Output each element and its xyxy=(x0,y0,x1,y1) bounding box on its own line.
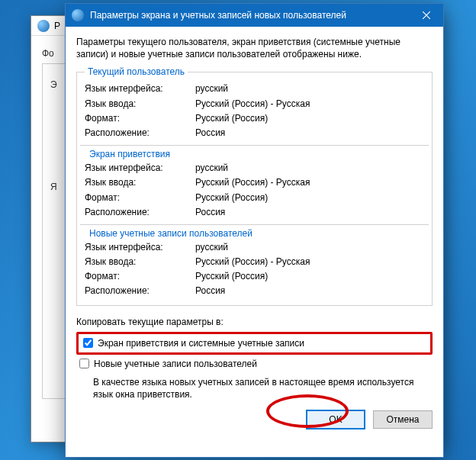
kv-key: Формат: xyxy=(85,111,195,126)
kv-key: Формат: xyxy=(85,191,195,205)
kv-row: Язык ввода:Русский (Россия) - Русская xyxy=(85,97,424,111)
kv-value: Русский (Россия) xyxy=(195,269,268,284)
kv-key: Язык интерфейса: xyxy=(85,161,195,175)
kv-value: Русский (Россия) - Русская xyxy=(195,97,310,111)
checkbox-welcome-label: Экран приветствия и системные учетные за… xyxy=(98,338,304,349)
group-legend-0: Текущий пользователь xyxy=(85,66,188,77)
kv-row: Язык ввода:Русский (Россия) - Русская xyxy=(85,255,424,269)
kv-row: Расположение:Россия xyxy=(85,284,424,298)
globe-icon xyxy=(37,20,50,32)
kv-row: Язык интерфейса:русский xyxy=(85,82,424,96)
close-button[interactable] xyxy=(410,4,443,27)
copy-to-label: Копировать текущие параметры в: xyxy=(76,317,433,327)
titlebar: Параметры экрана и учетных записей новых… xyxy=(66,4,443,27)
kv-row: Язык интерфейса:русский xyxy=(85,240,424,255)
kv-key: Расположение: xyxy=(85,284,195,298)
bg-title: Р xyxy=(54,21,60,31)
checkbox-new-users-input[interactable] xyxy=(79,359,89,368)
settings-fieldset: Текущий пользователь Язык интерфейса:рус… xyxy=(76,66,433,305)
kv-row: Формат:Русский (Россия) xyxy=(85,191,424,205)
checkbox-welcome-input[interactable] xyxy=(83,338,93,348)
highlight-welcome-screen: Экран приветствия и системные учетные за… xyxy=(76,332,433,355)
kv-value: Русский (Россия) xyxy=(195,191,268,205)
kv-value: Русский (Россия) - Русская xyxy=(195,175,310,190)
checkbox-welcome-screen[interactable]: Экран приветствия и системные учетные за… xyxy=(80,336,429,351)
kv-key: Язык ввода: xyxy=(85,255,195,269)
kv-row: Формат:Русский (Россия) xyxy=(85,111,424,126)
kv-value: Русский (Россия) xyxy=(195,111,268,126)
language-note: В качестве языка новых учетных записей в… xyxy=(93,376,433,400)
kv-row: Язык ввода:Русский (Россия) - Русская xyxy=(85,175,424,190)
kv-key: Расположение: xyxy=(85,205,195,220)
globe-icon xyxy=(72,9,84,21)
kv-value: русский xyxy=(195,82,228,96)
intro-text: Параметры текущего пользователя, экран п… xyxy=(76,36,433,60)
kv-row: Расположение:Россия xyxy=(85,126,424,140)
kv-value: Россия xyxy=(195,205,225,220)
close-icon xyxy=(423,11,430,19)
settings-dialog: Параметры экрана и учетных записей новых… xyxy=(65,3,444,458)
kv-key: Язык ввода: xyxy=(85,175,195,190)
kv-value: русский xyxy=(195,161,228,175)
kv-row: Расположение:Россия xyxy=(85,205,424,220)
kv-key: Язык ввода: xyxy=(85,97,195,111)
kv-key: Язык интерфейса: xyxy=(85,82,195,96)
kv-key: Формат: xyxy=(85,269,195,284)
kv-key: Расположение: xyxy=(85,126,195,140)
dialog-title: Параметры экрана и учетных записей новых… xyxy=(90,10,410,21)
checkbox-new-users-label: Новые учетные записи пользователей xyxy=(94,359,257,369)
kv-value: Россия xyxy=(195,284,225,298)
kv-value: Русский (Россия) - Русская xyxy=(195,255,310,269)
kv-row: Язык интерфейса:русский xyxy=(85,161,424,175)
kv-value: русский xyxy=(195,240,228,255)
cancel-button[interactable]: Отмена xyxy=(373,410,433,429)
kv-value: Россия xyxy=(195,126,225,140)
kv-row: Формат:Русский (Россия) xyxy=(85,269,424,284)
ok-button[interactable]: OK xyxy=(306,410,365,429)
group-legend-1: Экран приветствия xyxy=(86,149,173,159)
group-legend-2: Новые учетные записи пользователей xyxy=(86,228,256,239)
kv-key: Язык интерфейса: xyxy=(85,240,195,255)
checkbox-new-users[interactable]: Новые учетные записи пользователей xyxy=(76,356,433,372)
